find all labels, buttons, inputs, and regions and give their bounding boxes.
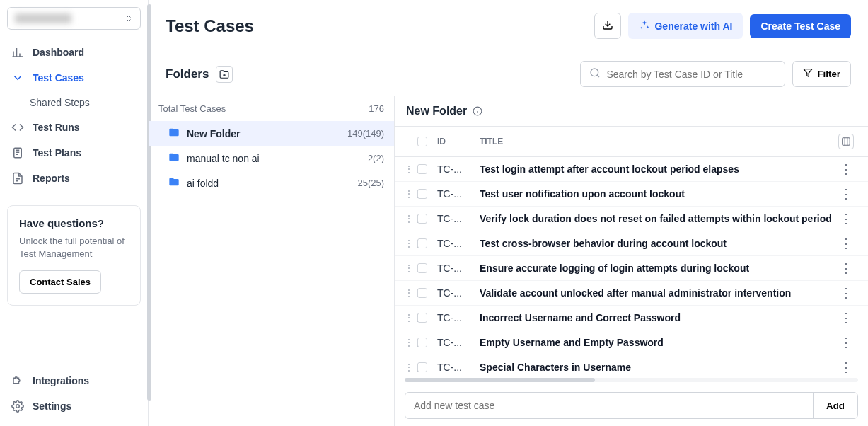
sidebar-item-test-cases[interactable]: Test Cases — [0, 65, 148, 91]
table-row[interactable]: ⋮⋮ TC-... Test login attempt after accou… — [395, 157, 868, 182]
contact-sales-button[interactable]: Contact Sales — [19, 270, 101, 294]
row-more-button[interactable]: ⋮ — [840, 163, 852, 175]
row-more-button[interactable]: ⋮ — [840, 287, 852, 299]
folder-row[interactable]: New Folder 149(149) — [149, 121, 394, 146]
drag-handle-icon[interactable]: ⋮⋮ — [405, 338, 417, 347]
row-id: TC-... — [437, 163, 480, 175]
columns-settings-button[interactable] — [838, 134, 854, 149]
total-count: 176 — [369, 103, 384, 114]
row-checkbox[interactable] — [417, 362, 427, 372]
row-title: Empty Username and Empty Password — [480, 337, 834, 348]
drag-handle-icon[interactable]: ⋮⋮ — [405, 263, 417, 273]
sidebar-item-test-runs[interactable]: Test Runs — [0, 115, 148, 140]
sidebar-bottom: Integrations Settings — [0, 368, 148, 419]
search-icon — [589, 67, 601, 81]
sidebar-nav: Dashboard Test Cases Shared Steps Test R… — [0, 40, 148, 191]
drag-handle-icon[interactable]: ⋮⋮ — [405, 214, 417, 224]
sidebar-item-label: Dashboard — [33, 47, 84, 58]
code-icon — [11, 121, 24, 134]
promo-body: Unlock the full potential of Test Manage… — [19, 235, 129, 260]
subheader-right: Filter — [580, 61, 851, 87]
sidebar-item-reports[interactable]: Reports — [0, 166, 148, 191]
table-row[interactable]: ⋮⋮ TC-... Test user notification upon ac… — [395, 182, 868, 207]
row-more-button[interactable]: ⋮ — [840, 262, 852, 275]
sidebar-item-shared-steps[interactable]: Shared Steps — [0, 91, 148, 115]
folder-row[interactable]: ai foldd 25(25) — [149, 171, 394, 195]
select-all-checkbox[interactable] — [417, 137, 427, 146]
row-more-button[interactable]: ⋮ — [840, 237, 852, 250]
row-checkbox[interactable] — [417, 238, 427, 248]
cases-panel: New Folder ID TITLE ⋮⋮ TC-... Test login… — [395, 96, 868, 426]
column-id-header[interactable]: ID — [437, 137, 480, 146]
folder-row[interactable]: manual tc non ai 2(2) — [149, 146, 394, 171]
row-more-button[interactable]: ⋮ — [840, 188, 852, 200]
row-id: TC-... — [437, 238, 480, 249]
download-button[interactable] — [594, 13, 621, 39]
add-test-case-button[interactable]: Add — [813, 393, 857, 418]
promo-card: Have questions? Unlock the full potentia… — [7, 205, 141, 306]
generate-ai-button[interactable]: Generate with AI — [628, 13, 743, 39]
add-folder-button[interactable] — [216, 66, 233, 83]
row-checkbox[interactable] — [417, 189, 427, 199]
folders-total-row: Total Test Cases 176 — [149, 96, 394, 121]
row-title: Validate account unlocked after manual a… — [480, 287, 834, 299]
sidebar-item-integrations[interactable]: Integrations — [0, 368, 148, 393]
horizontal-scrollbar[interactable] — [405, 378, 858, 382]
row-more-button[interactable]: ⋮ — [840, 311, 852, 324]
filter-button[interactable]: Filter — [792, 61, 851, 87]
drag-handle-icon[interactable]: ⋮⋮ — [405, 313, 417, 323]
row-more-button[interactable]: ⋮ — [840, 336, 852, 349]
create-test-case-button[interactable]: Create Test Case — [750, 14, 851, 38]
horizontal-scroll-thumb[interactable] — [405, 378, 595, 382]
row-id: TC-... — [437, 287, 480, 299]
table-row[interactable]: ⋮⋮ TC-... Special Characters in Username… — [395, 355, 868, 376]
puzzle-icon — [11, 374, 24, 387]
table-row[interactable]: ⋮⋮ TC-... Test cross-browser behavior du… — [395, 231, 868, 256]
drag-handle-icon[interactable]: ⋮⋮ — [405, 362, 417, 372]
folder-count: 149(149) — [347, 128, 384, 139]
drag-handle-icon[interactable]: ⋮⋮ — [405, 238, 417, 248]
drag-handle-icon[interactable]: ⋮⋮ — [405, 288, 417, 298]
sidebar-item-settings[interactable]: Settings — [0, 393, 148, 419]
sidebar-item-test-plans[interactable]: Test Plans — [0, 140, 148, 166]
cases-folder-header: New Folder — [395, 96, 868, 127]
drag-handle-icon[interactable]: ⋮⋮ — [405, 189, 417, 199]
sparkle-icon — [639, 19, 650, 33]
row-checkbox[interactable] — [417, 313, 427, 323]
table-row[interactable]: ⋮⋮ TC-... Ensure accurate logging of log… — [395, 256, 868, 281]
table-row[interactable]: ⋮⋮ TC-... Validate account unlocked afte… — [395, 281, 868, 306]
row-checkbox[interactable] — [417, 164, 427, 174]
row-more-button[interactable]: ⋮ — [840, 212, 852, 225]
row-title: Incorrect Username and Correct Password — [480, 312, 834, 323]
folder-name: ai foldd — [187, 178, 219, 189]
drag-handle-icon[interactable]: ⋮⋮ — [405, 164, 417, 174]
sidebar-item-dashboard[interactable]: Dashboard — [0, 40, 148, 65]
svg-point-1 — [16, 405, 20, 408]
folder-icon — [168, 151, 180, 165]
subheader: Folders Filter — [149, 52, 868, 96]
project-selector[interactable] — [7, 7, 141, 30]
row-checkbox[interactable] — [417, 288, 427, 298]
main: Test Cases Generate with AI Create Test … — [149, 0, 868, 426]
row-title: Verify lock duration does not reset on f… — [480, 213, 834, 224]
add-test-case-input[interactable] — [405, 393, 813, 418]
search-input[interactable] — [606, 69, 776, 80]
folder-count: 2(2) — [368, 153, 384, 163]
row-more-button[interactable]: ⋮ — [840, 361, 852, 374]
header-actions: Generate with AI Create Test Case — [594, 13, 851, 39]
column-title-header[interactable]: TITLE — [480, 137, 834, 146]
sidebar-item-label: Test Plans — [33, 147, 81, 159]
row-checkbox[interactable] — [417, 263, 427, 273]
table-row[interactable]: ⋮⋮ TC-... Verify lock duration does not … — [395, 207, 868, 231]
info-icon[interactable] — [473, 106, 482, 116]
promo-title: Have questions? — [19, 217, 129, 229]
search-box[interactable] — [580, 61, 785, 87]
row-id: TC-... — [437, 213, 480, 224]
table-row[interactable]: ⋮⋮ TC-... Incorrect Username and Correct… — [395, 306, 868, 330]
folder-icon — [168, 176, 180, 190]
table-row[interactable]: ⋮⋮ TC-... Empty Username and Empty Passw… — [395, 330, 868, 355]
content: Total Test Cases 176 New Folder 149(149)… — [149, 96, 868, 426]
row-checkbox[interactable] — [417, 214, 427, 224]
row-checkbox[interactable] — [417, 338, 427, 347]
folder-icon — [168, 127, 180, 140]
